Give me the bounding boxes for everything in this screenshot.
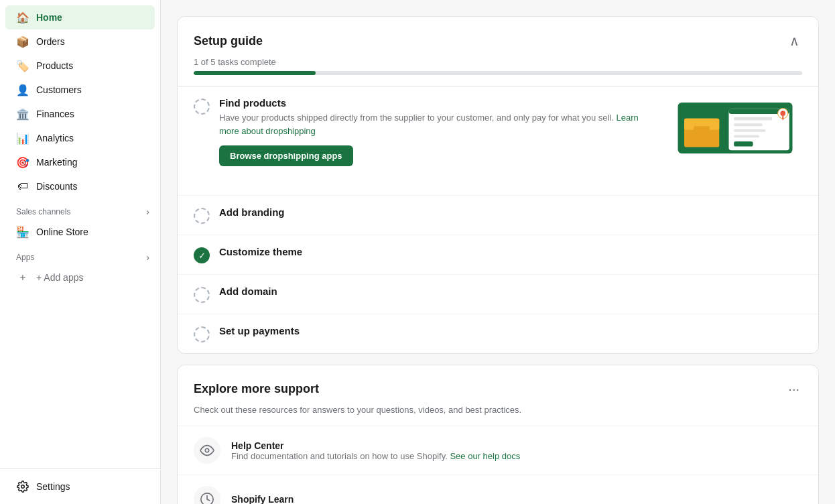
- task-circle-add-branding: [194, 208, 210, 224]
- customers-icon: 👤: [16, 83, 29, 97]
- task-content-add-domain: Add domain: [219, 286, 802, 300]
- marketing-icon: 🎯: [16, 155, 29, 169]
- task-item-find-products[interactable]: Find products Have your products shipped…: [178, 86, 818, 196]
- setup-guide-title: Setup guide: [194, 34, 263, 48]
- analytics-icon: 📊: [16, 131, 29, 145]
- svg-rect-14: [734, 141, 753, 147]
- settings-label: Settings: [36, 481, 70, 492]
- finances-icon: 🏛️: [16, 107, 29, 121]
- orders-icon: 📦: [16, 35, 29, 48]
- add-apps-icon: +: [16, 271, 29, 284]
- shopify-learn-title: Shopify Learn: [231, 494, 294, 504]
- apps-label: Apps: [16, 253, 34, 262]
- add-apps-button[interactable]: + + Add apps: [5, 265, 155, 290]
- main-content: Setup guide ∧ 1 of 5 tasks complete Find…: [161, 0, 835, 504]
- explore-support-card: Explore more support ··· Check out these…: [177, 365, 819, 504]
- task-item-add-domain[interactable]: Add domain: [178, 275, 818, 314]
- help-center-title: Help Center: [231, 440, 520, 451]
- support-item-help-content: Help Center Find documentation and tutor…: [231, 440, 520, 461]
- sidebar-item-label-online-store: Online Store: [36, 227, 88, 237]
- setup-guide-collapse-button[interactable]: ∧: [787, 30, 802, 52]
- support-item-shopify-learn[interactable]: Shopify Learn: [178, 475, 818, 504]
- sidebar-item-marketing[interactable]: 🎯 Marketing: [5, 150, 155, 174]
- sidebar-item-finances[interactable]: 🏛️ Finances: [5, 102, 155, 126]
- sidebar-item-online-store[interactable]: 🏪 Online Store: [5, 220, 155, 244]
- settings-nav-item[interactable]: Settings: [5, 475, 155, 499]
- dropshipping-link[interactable]: Learn more about dropshipping: [219, 113, 639, 136]
- sidebar-item-label-customers: Customers: [36, 84, 82, 95]
- sales-channels-chevron: ›: [146, 206, 149, 217]
- svg-point-12: [780, 111, 785, 116]
- task-content-customize-theme: Customize theme: [219, 246, 802, 260]
- svg-rect-5: [734, 129, 766, 132]
- task-title-add-domain: Add domain: [219, 286, 802, 297]
- help-center-desc: Find documentation and tutorials on how …: [231, 451, 520, 461]
- sales-channels-section: Sales channels ›: [0, 198, 160, 220]
- sidebar-item-label-discounts: Discounts: [36, 181, 77, 192]
- online-store-icon: 🏪: [16, 225, 29, 239]
- explore-support-more-button[interactable]: ···: [785, 379, 802, 399]
- sidebar-item-customers[interactable]: 👤 Customers: [5, 78, 155, 102]
- apps-chevron: ›: [146, 252, 149, 263]
- explore-support-title: Explore more support: [194, 382, 319, 396]
- sidebar-item-products[interactable]: 🏷️ Products: [5, 54, 155, 78]
- help-docs-link[interactable]: See our help docs: [450, 451, 520, 461]
- task-title-add-branding: Add branding: [219, 206, 802, 218]
- shopify-learn-icon: [194, 486, 220, 504]
- task-circle-set-up-payments: [194, 326, 210, 342]
- svg-rect-10: [694, 126, 710, 135]
- svg-point-15: [205, 448, 209, 452]
- task-content-set-up-payments: Set up payments: [219, 325, 802, 339]
- support-item-help-center[interactable]: Help Center Find documentation and tutor…: [178, 426, 818, 475]
- products-icon: 🏷️: [16, 59, 29, 72]
- task-list: Find products Have your products shipped…: [178, 86, 818, 353]
- explore-support-desc: Check out these resources for answers to…: [178, 405, 818, 426]
- task-illustration-find-products: [668, 97, 802, 184]
- task-circle-add-domain: [194, 287, 210, 303]
- support-item-shopify-learn-content: Shopify Learn: [231, 494, 294, 504]
- task-content-add-branding: Add branding: [219, 206, 802, 220]
- task-content-find-products: Find products Have your products shipped…: [219, 97, 659, 166]
- svg-rect-6: [734, 135, 759, 137]
- task-title-find-products: Find products: [219, 97, 659, 109]
- sidebar-item-orders[interactable]: 📦 Orders: [5, 29, 155, 54]
- home-icon: 🏠: [16, 11, 29, 24]
- task-title-customize-theme: Customize theme: [219, 246, 802, 257]
- task-circle-customize-theme: ✓: [194, 247, 210, 263]
- settings-icon: [16, 480, 29, 493]
- setup-guide-card: Setup guide ∧ 1 of 5 tasks complete Find…: [177, 16, 819, 354]
- sales-channels-label: Sales channels: [16, 207, 70, 216]
- sidebar-item-label-marketing: Marketing: [36, 157, 77, 168]
- svg-rect-3: [734, 117, 772, 121]
- help-center-icon: [194, 437, 220, 464]
- setup-guide-header: Setup guide ∧: [178, 17, 818, 52]
- sidebar-item-label-orders: Orders: [36, 36, 65, 47]
- task-item-customize-theme[interactable]: ✓ Customize theme: [178, 235, 818, 275]
- add-apps-label: + Add apps: [36, 272, 83, 283]
- svg-rect-4: [734, 123, 763, 126]
- progress-bar-fill: [194, 71, 316, 75]
- sidebar-item-label-home: Home: [36, 12, 62, 23]
- progress-section: 1 of 5 tasks complete: [178, 52, 818, 86]
- sidebar-item-label-finances: Finances: [36, 109, 74, 119]
- progress-bar-background: [194, 71, 802, 75]
- support-card-header: Explore more support ···: [178, 365, 818, 405]
- task-title-set-up-payments: Set up payments: [219, 325, 802, 336]
- sidebar-item-home[interactable]: 🏠 Home: [5, 5, 155, 29]
- discounts-icon: 🏷: [16, 180, 29, 193]
- task-item-add-branding[interactable]: Add branding: [178, 196, 818, 235]
- task-circle-find-products: [194, 99, 210, 115]
- sidebar-item-analytics[interactable]: 📊 Analytics: [5, 126, 155, 150]
- browse-dropshipping-button[interactable]: Browse dropshipping apps: [219, 145, 353, 166]
- apps-section: Apps ›: [0, 244, 160, 265]
- sidebar-item-label-products: Products: [36, 60, 73, 71]
- sidebar: 🏠 Home 📦 Orders 🏷️ Products 👤 Customers …: [0, 0, 161, 504]
- svg-point-0: [21, 485, 25, 489]
- sidebar-bottom: Settings: [0, 468, 160, 499]
- progress-label: 1 of 5 tasks complete: [194, 57, 802, 67]
- task-desc-find-products: Have your products shipped directly from…: [219, 111, 659, 137]
- sidebar-item-label-analytics: Analytics: [36, 133, 74, 143]
- task-item-set-up-payments[interactable]: Set up payments: [178, 314, 818, 353]
- sidebar-item-discounts[interactable]: 🏷 Discounts: [5, 174, 155, 198]
